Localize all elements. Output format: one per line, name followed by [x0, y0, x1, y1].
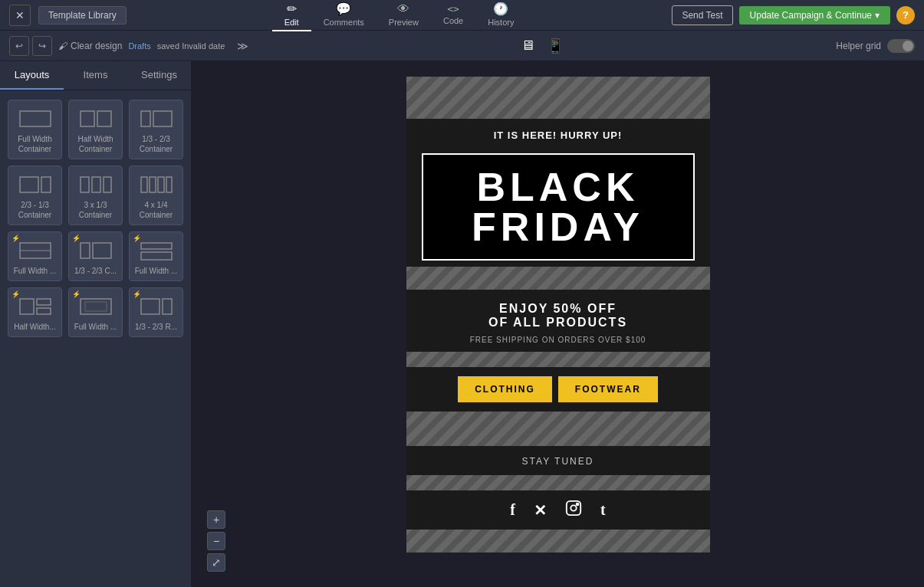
edit-icon: ✏	[287, 2, 297, 16]
top-bar: ✕ Template Library ✏ Edit 💬 Comments 👁 P…	[0, 0, 924, 31]
layout-four-columns[interactable]: 4 x 1/4Container	[129, 166, 183, 225]
svg-rect-6	[41, 177, 51, 192]
social-section: f ✕ t	[406, 490, 710, 530]
svg-rect-19	[141, 252, 172, 260]
svg-rect-22	[37, 308, 51, 314]
svg-rect-26	[163, 299, 172, 314]
svg-rect-24	[85, 302, 107, 311]
tab-history[interactable]: 🕐 History	[475, 0, 526, 31]
svg-rect-13	[166, 177, 172, 192]
discount-line1: ENJOY 50% OFF	[422, 302, 695, 316]
stay-tuned-text: STAY TUNED	[522, 456, 594, 467]
sidebar: Layouts Items Settings Full WidthContain…	[0, 61, 192, 587]
zoom-out-button[interactable]: −	[207, 532, 225, 550]
footwear-button[interactable]: FOOTWEAR	[558, 376, 658, 402]
black-friday-line2: FRIDAY	[429, 207, 687, 247]
stripe-buttons	[406, 352, 710, 367]
layout-four-columns-icon	[140, 174, 173, 195]
tab-preview[interactable]: 👁 Preview	[377, 0, 431, 31]
toggle-knob	[903, 41, 913, 51]
discount-section: ENJOY 50% OFF OF ALL PRODUCTS FREE SHIPP…	[406, 290, 710, 352]
lightning-badge-6: ⚡	[133, 290, 141, 298]
layout-two-thirds-one-third[interactable]: 2/3 - 1/3Container	[8, 166, 62, 225]
code-icon: <>	[447, 3, 459, 15]
layout-lightning-1-icon	[18, 240, 52, 261]
history-icon: 🕐	[493, 2, 508, 16]
nav-tabs: ✏ Edit 💬 Comments 👁 Preview <> Code 🕐 Hi…	[272, 0, 527, 31]
email-canvas: IT IS HERE! HURRY UP! BLACK FRIDAY ENJOY…	[406, 77, 710, 553]
layout-one-third-two-thirds[interactable]: 1/3 - 2/3Container	[129, 100, 183, 159]
svg-rect-3	[141, 111, 150, 126]
svg-rect-12	[158, 177, 164, 192]
facebook-icon[interactable]: f	[510, 501, 515, 519]
layout-lightning-3-icon	[140, 240, 173, 261]
main-layout: Layouts Items Settings Full WidthContain…	[0, 61, 924, 587]
sidebar-tab-layouts[interactable]: Layouts	[0, 61, 64, 90]
layout-two-thirds-one-third-icon	[18, 174, 52, 195]
top-bar-left: ✕ Template Library	[9, 5, 127, 26]
drafts-label: Drafts	[128, 41, 150, 51]
layout-lightning-3[interactable]: ⚡ Full Width ...	[129, 231, 183, 281]
svg-rect-2	[97, 111, 111, 126]
template-library-button[interactable]: Template Library	[38, 6, 127, 25]
clear-design-button[interactable]: 🖌 Clear design	[58, 41, 122, 51]
layout-lightning-5-icon	[79, 296, 113, 317]
zoom-controls: + − ⤢	[207, 510, 225, 572]
free-shipping-text: FREE SHIPPING ON ORDERS OVER $100	[422, 336, 695, 344]
undo-button[interactable]: ↩	[9, 36, 29, 56]
email-header-text: IT IS HERE! HURRY UP!	[422, 130, 695, 141]
second-bar-left: ↩ ↪ 🖌 Clear design Drafts saved Invalid …	[9, 36, 248, 56]
layout-lightning-5[interactable]: ⚡ Full Width ...	[68, 287, 123, 337]
lightning-badge-5: ⚡	[72, 290, 81, 298]
layout-full-width[interactable]: Full WidthContainer	[8, 100, 62, 159]
layout-half-width[interactable]: Half WidthContainer	[68, 100, 123, 159]
layout-full-width-icon	[18, 108, 52, 130]
svg-rect-10	[141, 177, 147, 192]
svg-rect-11	[150, 177, 156, 192]
layout-three-columns[interactable]: 3 x 1/3Container	[68, 166, 123, 225]
preview-icon: 👁	[397, 2, 409, 16]
sidebar-tab-items[interactable]: Items	[64, 61, 127, 90]
layout-lightning-2[interactable]: ⚡ 1/3 - 2/3 C...	[68, 231, 123, 281]
layout-grid: Full WidthContainer Half WidthContainer …	[8, 100, 183, 337]
discount-line2: OF ALL PRODUCTS	[422, 316, 695, 330]
sidebar-content: Full WidthContainer Half WidthContainer …	[0, 90, 191, 346]
close-button[interactable]: ✕	[9, 5, 31, 26]
tumblr-icon[interactable]: t	[600, 501, 606, 519]
drafts-saved-info: saved Invalid date	[157, 41, 225, 51]
helper-grid-toggle[interactable]	[887, 39, 915, 53]
desktop-view-button[interactable]: 🖥	[518, 34, 538, 57]
layout-lightning-6[interactable]: ⚡ 1/3 - 2/3 R...	[129, 287, 183, 337]
email-header-stripe	[406, 77, 710, 119]
layout-one-third-two-thirds-icon	[140, 108, 173, 130]
svg-rect-9	[104, 177, 111, 192]
redo-button[interactable]: ↪	[32, 36, 52, 56]
send-test-button[interactable]: Send Test	[672, 5, 732, 25]
mobile-view-button[interactable]: 📱	[544, 34, 567, 57]
help-button[interactable]: ?	[896, 6, 915, 25]
instagram-icon[interactable]	[565, 500, 582, 520]
sidebar-tab-settings[interactable]: Settings	[127, 61, 191, 90]
undo-redo-btns: ↩ ↪	[9, 36, 52, 56]
tab-code[interactable]: <> Code	[431, 0, 475, 30]
zoom-fit-button[interactable]: ⤢	[207, 553, 225, 572]
tab-edit[interactable]: ✏ Edit	[272, 0, 311, 31]
twitter-x-icon[interactable]: ✕	[534, 501, 547, 520]
layout-lightning-6-icon	[140, 296, 173, 317]
svg-rect-17	[93, 243, 111, 258]
collapse-button[interactable]: ≫	[237, 40, 248, 52]
zoom-in-button[interactable]: +	[207, 510, 225, 529]
svg-rect-21	[37, 299, 51, 305]
email-title-section: IT IS HERE! HURRY UP!	[406, 119, 710, 147]
svg-rect-5	[20, 177, 38, 192]
svg-rect-20	[20, 299, 34, 314]
layout-lightning-1[interactable]: ⚡ Full Width ...	[8, 231, 62, 281]
layout-lightning-4[interactable]: ⚡ Half Width...	[8, 287, 62, 337]
clothing-button[interactable]: CLOTHING	[458, 376, 552, 402]
second-bar-right: Helper grid	[836, 39, 915, 53]
view-switcher: 🖥 📱	[518, 34, 567, 57]
canvas-area: IT IS HERE! HURRY UP! BLACK FRIDAY ENJOY…	[192, 61, 924, 587]
lightning-badge-3: ⚡	[133, 234, 141, 242]
update-campaign-button[interactable]: Update Campaign & Continue ▾	[739, 6, 890, 25]
tab-comments[interactable]: 💬 Comments	[311, 0, 377, 31]
